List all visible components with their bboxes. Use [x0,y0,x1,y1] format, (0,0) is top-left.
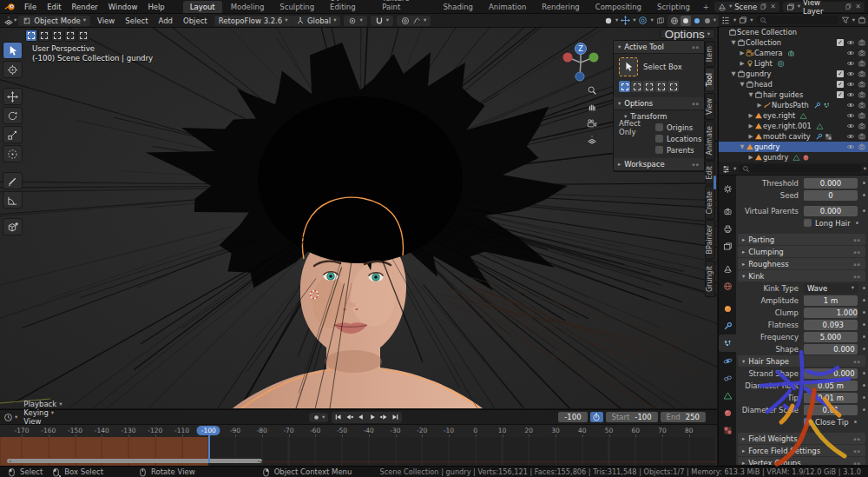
sidebar-tab-tool[interactable]: Tool [705,68,715,92]
tool-cursor[interactable] [3,61,23,78]
hide-eye-icon[interactable] [846,70,855,78]
select-mode-new[interactable] [619,81,630,92]
expand-icon[interactable]: ▶ [739,60,746,67]
animate-decorator-dot[interactable] [863,311,865,314]
subpanel-header-parting[interactable]: ▸Parting [738,234,865,245]
properties-tab-particles[interactable] [719,335,736,352]
sidebar-tab-bpainter[interactable]: BPainter [705,220,715,260]
menu-help[interactable]: Help [142,3,169,11]
outliner-row[interactable]: ▼head✓ [719,79,868,89]
animate-decorator-dot[interactable] [863,348,865,350]
disable-render-icon[interactable] [858,59,866,68]
playhead-line[interactable] [208,434,210,463]
properties-editor-icon[interactable] [721,164,731,174]
hide-eye-icon[interactable] [846,59,855,68]
outliner-row[interactable]: ▶eye.right.001 [719,121,868,131]
tool-select-box[interactable] [3,42,23,59]
sidebar-scrollbar[interactable] [713,176,716,189]
select-mode-invert[interactable] [655,81,667,92]
timeline-editor-icon[interactable] [3,413,13,422]
3d-viewport[interactable]: User Perspective (-100) Scene Collection… [0,28,717,408]
outliner-row[interactable]: ▼Collection✓ [719,37,868,48]
hide-eye-icon[interactable] [846,101,855,109]
properties-tab-output[interactable] [719,220,736,237]
camera-view-icon[interactable] [587,118,597,129]
sidebar-tab-grungit[interactable]: Grungit [705,261,715,297]
value-field-threshold[interactable]: 0.000 [804,178,858,189]
hide-eye-icon[interactable] [846,132,855,141]
subpanel-header-roughness[interactable]: ▸Roughness [738,258,865,269]
timeline-menu-keying[interactable]: Keying▾ [19,408,66,417]
retopoflow-menu[interactable]: RetopoFlow 3.2.6 ▾ [214,16,293,26]
scene-selector[interactable]: ▾ Scene ✕ [714,2,779,12]
button-prev-keyframe[interactable] [345,413,355,422]
value-field-flatness[interactable]: 0.093 [804,320,858,330]
exclude-checkbox[interactable]: ✓ [837,91,844,98]
expand-icon[interactable]: ▼ [739,143,746,150]
wireframe-shading-icon[interactable] [670,17,679,25]
hide-eye-icon[interactable] [846,111,855,120]
workspace-tab-animation[interactable]: Animation [482,1,533,13]
workspace-tab-rendering[interactable]: Rendering [535,1,586,13]
use-preview-range-button[interactable] [590,412,603,422]
viewport-menu-view[interactable]: View [92,17,120,25]
menu-window[interactable]: Window [103,3,143,11]
outliner-row[interactable]: ▶eye.right [719,110,868,121]
expand-icon[interactable]: ▼ [730,39,737,46]
select-mode-intersect[interactable] [667,81,679,92]
copy-icon[interactable] [845,3,852,10]
subpanel-header-hair-shape[interactable]: ▾Hair Shape [738,355,865,367]
workspace-tab-scripting[interactable]: Scripting [650,1,697,13]
outliner-row[interactable]: ▶mouth cavity [719,131,868,142]
animate-decorator-dot[interactable] [863,182,865,184]
expand-icon[interactable]: ▶ [747,133,754,140]
workspace-tab-sculpting[interactable]: Sculpting [273,1,321,13]
workspace-tab-texture-paint[interactable]: Texture Paint [375,0,434,13]
subpanel-header-force-field-settings[interactable]: ▸Force Field Settings [738,445,865,456]
current-frame-indicator[interactable]: -100 [197,426,220,435]
value-field-shape[interactable]: 0.000 [804,344,858,354]
value-field-tip[interactable]: 0.01 m [804,393,858,403]
value-field-diameter-scale[interactable]: 0.01 [804,405,858,415]
filter-funnel-icon[interactable] [841,16,850,24]
dropdown-kink-type[interactable]: Wave▾ [804,283,858,294]
exclude-checkbox[interactable]: ✓ [837,70,844,77]
button-play[interactable] [367,413,378,422]
timeline-ruler[interactable]: -100 -170-160-150-140-130-120-110-90-80-… [0,425,717,438]
outliner-row[interactable]: ▶Camera [719,48,868,58]
disable-render-icon[interactable] [858,49,866,57]
value-field-frequency[interactable]: 5.000 [804,332,858,342]
solid-shading-icon[interactable] [681,17,690,25]
animate-decorator-dot[interactable] [863,323,865,326]
hide-eye-icon[interactable] [846,49,855,57]
tool-measure[interactable] [3,191,23,209]
disable-render-icon[interactable] [858,132,866,141]
tool-transform[interactable] [3,145,23,162]
hide-eye-icon[interactable] [846,142,855,151]
remove-view-layer-icon[interactable]: ✕ [855,3,861,10]
workspace-panel-header[interactable]: ▸ Workspace [614,158,704,171]
show-overlays-icon[interactable] [638,16,648,25]
subpanel-header-kink[interactable]: ▾Kink [738,270,865,282]
select-mode-subtract[interactable] [51,30,63,42]
checkbox-locations[interactable] [655,135,663,142]
disable-render-icon[interactable] [858,90,866,99]
expand-icon[interactable]: ▼ [730,70,737,77]
auto-key-button[interactable]: ▾ [309,413,328,422]
workspace-tab-uv-editing[interactable]: UV Editing [323,0,373,13]
disable-render-icon[interactable] [858,111,866,120]
viewport-options-button[interactable]: Options ▾ [660,29,715,39]
disable-render-icon[interactable] [858,101,866,109]
object-visibility-icon[interactable] [604,17,613,25]
end-frame-field[interactable]: End 250 [661,412,706,422]
active-tool-panel-header[interactable]: ▾ Active Tool [614,41,704,54]
animate-decorator-dot[interactable] [863,194,865,196]
outliner-row[interactable]: Scene Collection [719,27,868,37]
workspace-tab-layout[interactable]: Layout [183,1,222,13]
disable-render-icon[interactable] [858,70,866,78]
expand-icon[interactable]: ▶ [747,123,754,129]
checkbox-close-tip[interactable]: ✓ [804,418,812,426]
exclude-checkbox[interactable]: ✓ [837,81,844,88]
subpanel-header-field-weights[interactable]: ▸Field Weights [738,433,865,444]
select-mode-subtract[interactable] [643,81,654,92]
